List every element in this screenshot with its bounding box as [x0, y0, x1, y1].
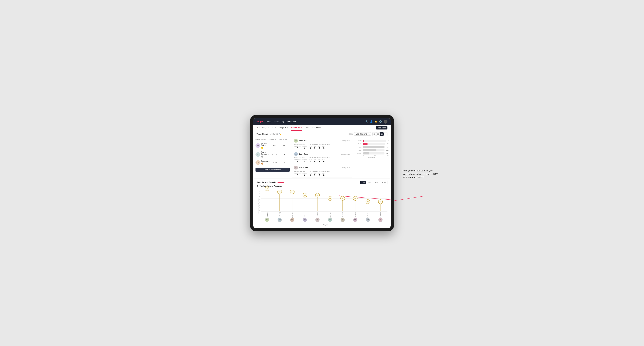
streak-line-5	[330, 201, 330, 211]
rounds-sub-row-2: Tournament 8 Practice 4	[294, 159, 306, 163]
team-count: | 14 Players	[268, 133, 278, 135]
bell-icon[interactable]: 🔔	[374, 120, 377, 123]
streak-line-4	[317, 197, 318, 211]
tournament-label-1: Tournament	[294, 146, 300, 147]
streak-line-6	[342, 201, 343, 211]
x-label-200: 200	[374, 155, 376, 156]
view-icons: ⊞ ☰ ▦ ≡	[372, 132, 388, 136]
streak-bubble-6: 4x	[340, 196, 345, 201]
show-label: Show	[348, 133, 353, 135]
player-card-2[interactable]: JC Josh Coles 26 Aug 2023 Total Rounds T…	[292, 151, 352, 164]
y-axis-title: Best Streak, Fairway Accuracy	[258, 198, 259, 214]
player-avatar-streak-9: CQ	[378, 218, 382, 222]
practice-label-1: Practice	[302, 146, 306, 147]
streak-arrow-icon	[278, 181, 284, 183]
period-select[interactable]: Last 3 months	[354, 132, 371, 136]
bottom-section: Best Round Streaks OTT APP ARG PUTT	[254, 178, 390, 228]
practice-activities-label-2: Total Practice Activities	[310, 157, 330, 159]
card-stats-1: Total Rounds Tournament 7 Practice 6	[294, 144, 350, 149]
player-avatar-streak-6: DF	[340, 218, 345, 222]
total-rounds-group-1: Total Rounds Tournament 7 Practice 6	[294, 144, 306, 149]
pb-score-3: 17/20	[270, 162, 280, 163]
player-avatar-streak-0: EE	[265, 218, 269, 222]
practice-activities-group-3: Total Practice Activities OTT 0 APP 0	[310, 170, 330, 176]
nav-teams[interactable]: Teams	[274, 121, 279, 123]
avatar[interactable]: U	[384, 120, 388, 124]
leaderboard-panel: PLAYER NAME PB SCORE PB AVG SQ RB Richar…	[254, 137, 292, 178]
player-name-vert-6: D. Ford	[342, 212, 344, 217]
bar-row-eagles: Eagles3	[354, 140, 388, 142]
chart-x-labels: 0 200 400	[354, 155, 388, 156]
streak-line-9	[380, 204, 380, 211]
nav-my-performance[interactable]: My Performance	[282, 121, 296, 123]
rank-badge-2: 2	[261, 156, 269, 158]
x-label-400: 400	[386, 155, 388, 156]
chart-subtitle-bold: Off The Tee	[256, 185, 266, 187]
table-row[interactable]: RB Richard Butler 1 19/20 110	[254, 141, 292, 150]
player-avatar-streak-7: MM	[353, 218, 357, 222]
card-date-2: 26 Aug 2023	[341, 153, 350, 155]
rank-badge-3: 3	[261, 163, 270, 165]
edit-icon[interactable]: ✏️	[279, 133, 281, 135]
app-logo: clippd	[256, 120, 263, 123]
nav-home[interactable]: Home	[266, 121, 271, 123]
card-date-1: 02 Sep 2023	[341, 140, 350, 142]
view-full-leaderboard-button[interactable]: View Full Leaderboard	[256, 168, 290, 172]
add-team-button[interactable]: Add Team	[376, 126, 388, 130]
table-view-btn[interactable]: ≡	[384, 132, 388, 136]
search-icon[interactable]: 🔍	[366, 120, 368, 123]
card-player-name-1: Rees Britt	[299, 140, 307, 142]
chart-x-title: Total Shots	[354, 157, 388, 158]
chart-subtitle: Off The Tee, Fairway Accuracy	[256, 185, 388, 187]
settings-icon[interactable]: ⚙️	[379, 120, 382, 123]
card-top-2: JC Josh Coles 26 Aug 2023	[294, 152, 350, 156]
streak-line-7	[355, 201, 356, 211]
streak-line-2	[292, 194, 292, 211]
bar-row-birdies: Birdies96	[354, 143, 388, 145]
streak-players-chart: 7xE. EwertEE6xB. McHergBM6xD. Billingham…	[261, 189, 388, 224]
card-view-btn[interactable]: ▦	[380, 132, 384, 136]
card-avatar-3: JC	[294, 166, 298, 170]
y-axis-labels: 7 6 5 4 3 2 1 0	[259, 189, 260, 211]
subnav-tour[interactable]: Tour	[306, 125, 309, 131]
player-card-3[interactable]: JC Josh Coles 26 Aug 2023 Total Rounds T…	[292, 164, 352, 178]
player-avatar-streak-5: EC	[328, 218, 332, 222]
player-name-vert-9: C. Quick	[380, 212, 381, 218]
streak-chart-area: Best Streak, Fairway Accuracy 7 6 5 4 3 …	[256, 189, 388, 224]
subnav-team-clippd[interactable]: Team Clippd	[291, 125, 302, 131]
table-row[interactable]: EC Edward Crossman 2 18/20 107	[254, 150, 292, 159]
player-info-2: EC Edward Crossman 2	[256, 151, 269, 158]
activities-sub-row-1: OTT 0 APP 0 ARG 0	[310, 146, 330, 149]
practice-activities-group-1: Total Practice Activities OTT 0 APP 0	[310, 144, 330, 149]
card-avatar-2: JC	[294, 152, 298, 156]
people-icon[interactable]: 👤	[370, 120, 373, 123]
practice-val-2: 4	[304, 160, 305, 163]
player-card-1[interactable]: RB Rees Britt 02 Sep 2023 Total Rounds T…	[292, 137, 352, 151]
player-cards-panel: RB Rees Britt 02 Sep 2023 Total Rounds T…	[292, 137, 352, 178]
practice-activities-label-1: Total Practice Activities	[310, 144, 330, 145]
grid-view-btn[interactable]: ⊞	[372, 132, 376, 136]
filter-putt[interactable]: PUTT	[380, 181, 388, 184]
subnav-hcaps[interactable]: Hcaps 1-5	[279, 125, 288, 131]
team-header: Team Clippd | 14 Players ✏️ Show Last 3 …	[254, 131, 390, 137]
player-name-vert-4: R. Britt	[317, 212, 318, 216]
filter-ott[interactable]: OTT	[360, 181, 366, 184]
subnav-pgat[interactable]: PGAT Players	[256, 125, 268, 131]
filter-arg[interactable]: ARG	[374, 181, 380, 184]
pb-avg-sq-1: 110	[279, 145, 290, 147]
player-avatar-streak-2: DB	[290, 218, 294, 222]
player-name-2: Edward Crossman	[261, 151, 269, 155]
player-name-vert-8: R. Butler	[367, 212, 369, 218]
card-top-3: JC Josh Coles 26 Aug 2023	[294, 166, 350, 170]
player-info-1: RB Richard Butler 1	[256, 142, 268, 149]
filter-buttons: OTT APP ARG PUTT	[360, 181, 388, 184]
streak-line-1	[280, 194, 280, 211]
filter-app[interactable]: APP	[367, 181, 373, 184]
subnav-all-players[interactable]: All Players	[312, 125, 322, 131]
player-name-vert-3: J. Coles	[304, 212, 306, 217]
player-name-3: Cameron...	[261, 160, 270, 162]
player-avatar-streak-8: RB	[366, 218, 370, 222]
subnav-pga[interactable]: PGA	[272, 125, 276, 131]
list-view-btn[interactable]: ☰	[376, 132, 380, 136]
table-row[interactable]: CM Cameron... 3 17/20 103	[254, 159, 292, 166]
